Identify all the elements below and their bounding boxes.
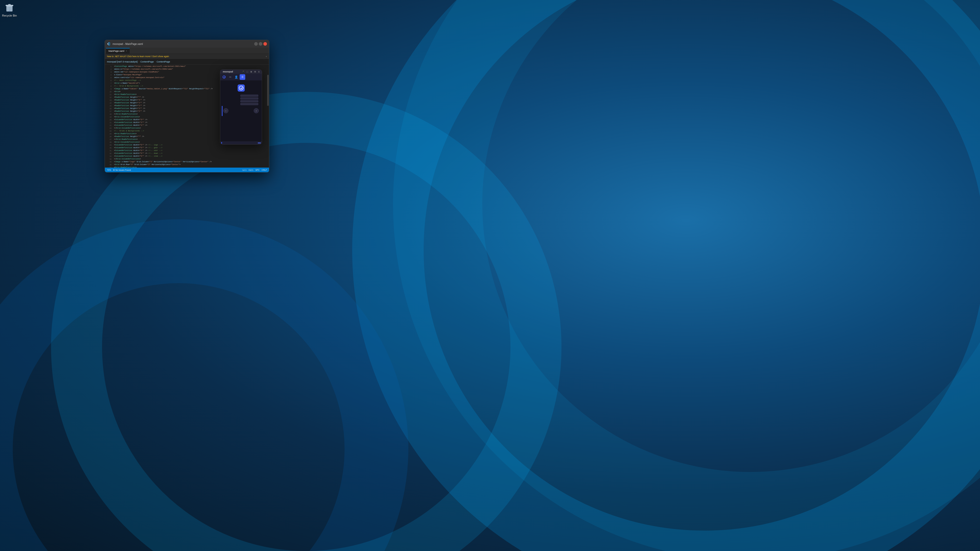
scrollbar-thumb[interactable]	[267, 75, 269, 106]
preview-tool-grid[interactable]: ⊞	[250, 70, 253, 73]
code-line: <ColumnDefinition Width="5*" /> <!-- dow…	[114, 152, 266, 155]
preview-app-name: moovpad	[222, 70, 241, 73]
preview-app-tabs: ✂ 👤 ☰	[220, 74, 262, 80]
statusbar-indent: SPC	[256, 169, 259, 171]
statusbar-right: Ln 1 Col 1 SPC CRLF	[242, 169, 267, 171]
preview-bottom-nav-dot	[258, 143, 261, 143]
statusbar-left: 70% ⊗ No Issues Found	[107, 169, 131, 171]
code-line: <ColumnDefinition Width="5*" /> <!-- gea…	[114, 146, 266, 149]
vscode-info-bar: New to .NET MAUI? Click here to learn mo…	[105, 54, 269, 59]
preview-tool-more[interactable]: ⚙	[253, 70, 256, 73]
vscode-logo-icon	[107, 42, 110, 46]
vscode-titlebar-left: moovpad - MainPage.xaml	[107, 42, 143, 46]
preview-bottom-bar	[220, 141, 262, 144]
breadcrumb-item-3: ContentPage	[157, 60, 170, 63]
code-line: <ColumnDefinition Width="5*" /> <!-- ite…	[114, 155, 266, 158]
preview-input-2	[240, 97, 258, 100]
vscode-tab-label: MainPage.xaml	[108, 50, 124, 52]
svg-rect-2	[8, 4, 11, 5]
preview-nav-next-button[interactable]: ›	[254, 108, 259, 113]
code-line: <ContentPage xmlns="https://schemas.micr…	[114, 65, 266, 68]
preview-panel: moovpad 📱 ⬚ ⊞ ⚙ ℹ ✂ 👤 ☰	[220, 69, 262, 144]
code-line: <ColumnDefinition Width="5*" /> <!-- use…	[114, 149, 266, 152]
preview-tab-crop[interactable]: ✂	[228, 74, 233, 80]
preview-tab-logo[interactable]	[221, 74, 227, 80]
statusbar-issues[interactable]: ⊗ No Issues Found	[113, 169, 131, 171]
statusbar-eol: CRLF	[262, 169, 267, 171]
preview-tab-user[interactable]: 👤	[234, 74, 239, 80]
vscode-title: moovpad - MainPage.xaml	[113, 43, 143, 45]
breadcrumb-item-2: ContentPage	[140, 60, 154, 63]
statusbar-ln: Ln 1	[242, 169, 247, 171]
preview-logo-image	[238, 84, 245, 92]
breadcrumb-item-1: moovpad [net7.0-maccatalyst]	[107, 60, 138, 63]
vscode-tab-close[interactable]: ×	[126, 50, 127, 52]
preview-nav-prev-button[interactable]: ‹	[223, 108, 228, 113]
vscode-window-controls: ─ □ ×	[254, 42, 267, 46]
preview-nav-area: ‹ ›	[222, 108, 260, 113]
vscode-tab-mainpage[interactable]: MainPage.xaml ×	[106, 48, 130, 54]
minimize-button[interactable]: ─	[254, 42, 258, 46]
preview-vertical-bar	[222, 106, 223, 116]
preview-input-3	[240, 100, 258, 102]
vscode-gutter: 1 2 3 4 5 6 7 8 9 10 11 12 13 14 15 16 1…	[105, 65, 113, 168]
recycle-bin-label: Recycle Bin	[2, 14, 17, 17]
info-bar-text: New to .NET MAUI? Click here to learn mo…	[107, 55, 169, 58]
vscode-titlebar: moovpad - MainPage.xaml ─ □ ×	[105, 40, 269, 48]
svg-point-8	[239, 86, 243, 90]
preview-tool-phone[interactable]: 📱	[242, 70, 245, 73]
preview-tab-menu[interactable]: ☰	[240, 74, 245, 80]
vscode-tab-bar: MainPage.xaml ×	[105, 48, 269, 54]
vscode-scrollbar[interactable]	[267, 65, 269, 168]
vscode-statusbar: 70% ⊗ No Issues Found Ln 1 Col 1 SPC CRL…	[105, 168, 269, 172]
preview-input-4	[240, 103, 258, 105]
preview-toolbar: moovpad 📱 ⬚ ⊞ ⚙ ℹ	[220, 70, 262, 74]
maximize-button[interactable]: □	[259, 42, 262, 46]
code-line: <Grid Grid.Row="2" Grid.Column="2" Horiz…	[114, 163, 266, 166]
preview-app-content: ‹ ›	[220, 80, 262, 141]
code-line: <Image x:Name="logo" Grid.Column="1" Hor…	[114, 160, 266, 163]
preview-bottom-right	[258, 143, 261, 143]
svg-point-7	[223, 76, 225, 78]
preview-bottom-indicator	[221, 142, 222, 144]
statusbar-zoom: 70%	[107, 169, 111, 171]
preview-tool-info[interactable]: ℹ	[257, 70, 260, 73]
code-line: </Grid.ColumnDefinitions>	[114, 158, 266, 160]
recycle-bin-icon-image: ♻	[4, 2, 15, 13]
svg-text:♻: ♻	[9, 11, 10, 12]
recycle-bin-icon[interactable]: ♻ Recycle Bin	[0, 1, 19, 18]
info-bar-close-button[interactable]: ×	[266, 56, 267, 58]
preview-logo-section	[222, 83, 260, 94]
vscode-breadcrumb: moovpad [net7.0-maccatalyst] › ContentPa…	[105, 59, 269, 65]
close-button[interactable]: ×	[263, 42, 267, 46]
preview-input-1	[240, 95, 258, 97]
statusbar-col: Col 1	[248, 169, 253, 171]
preview-tool-crop[interactable]: ⬚	[246, 70, 249, 73]
